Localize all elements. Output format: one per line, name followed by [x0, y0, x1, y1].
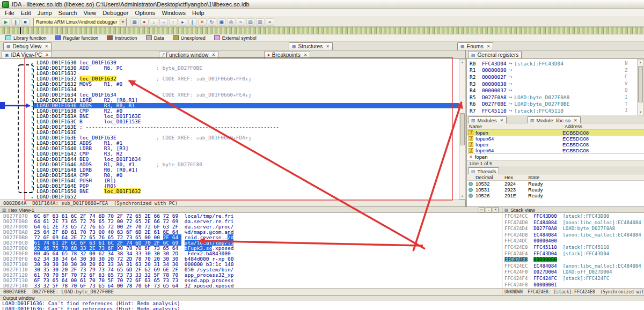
tab-functions-window[interactable]: ƒ Functions window ✕ — [159, 51, 218, 58]
cancel-debug-icon[interactable]: ✕ — [198, 18, 207, 26]
tab-debug-view[interactable]: ▦ Debug View ✕ — [3, 42, 52, 50]
register-row[interactable]: R3 00000038↪ — [470, 80, 637, 87]
filter-clear-icon[interactable]: ✕ — [469, 154, 473, 159]
float-button[interactable]: □ — [479, 207, 485, 212]
menu-item-windows[interactable]: Windows — [158, 10, 189, 16]
tab-breakpoints[interactable]: ● Breakpoints ✕ — [264, 51, 310, 58]
stop-process-icon[interactable]: ■ — [21, 18, 30, 26]
tab-general-registers[interactable]: ▤ General registers — [468, 51, 522, 58]
menu-item-jump[interactable]: Jump — [34, 10, 55, 16]
jump-arrow-icon[interactable]: ↪ — [507, 95, 515, 100]
scroll-down-icon[interactable]: ▼ — [638, 109, 643, 115]
continue-process-icon[interactable]: ▶ — [2, 18, 10, 26]
tab-ida-view-pc[interactable]: ▣ IDA View-PC ✕ — [2, 51, 52, 58]
dropdown-icon[interactable]: ▼ — [120, 19, 126, 25]
thread-row[interactable]: 105322924Ready — [467, 181, 644, 187]
navigation-band[interactable] — [0, 27, 644, 34]
breakpoint-list-icon[interactable]: ● — [140, 18, 149, 26]
run-to-cursor-icon[interactable]: ▸ — [179, 18, 187, 26]
tab-module-libc[interactable]: ▥ Module: libc.so ✕ — [527, 116, 581, 123]
column-hex[interactable]: Hex — [504, 175, 528, 180]
close-icon[interactable]: ✕ — [487, 44, 491, 49]
register-row[interactable]: R0 FFC43D04↪[stack]:FFC43D04 — [470, 60, 637, 67]
stack-row[interactable]: FFC424CC FFC43D00 [stack]:FFC43D00 — [504, 213, 644, 220]
column-name[interactable]: Name — [467, 124, 562, 129]
scrollbar-thumb[interactable] — [460, 113, 465, 145]
stack-row[interactable]: FFC424E0 FFC45110 [stack]:FFC45110 — [504, 245, 644, 251]
scroll-up-icon[interactable]: ▲ — [459, 60, 465, 65]
register-row[interactable]: R5 D027F0A8↪LOAD:byte_D027F0A8 — [470, 94, 637, 101]
modules-filter[interactable]: ✕ fopen — [466, 153, 644, 160]
menu-item-edit[interactable]: Edit — [18, 10, 34, 16]
stack-row[interactable]: FFC424D4 D027F0A8 LOAD:byte_D027F0A8 — [504, 226, 644, 232]
process-list-icon[interactable]: ▤ — [246, 18, 255, 26]
column-state[interactable]: State — [528, 175, 644, 180]
scrollbar-thumb[interactable] — [638, 66, 643, 102]
jump-arrow-icon[interactable]: ↪ — [507, 61, 515, 66]
tab-structures[interactable]: ▦ Structures ✕ — [289, 42, 333, 50]
jump-arrow-icon[interactable]: ↪ — [507, 82, 515, 86]
refresh-memory-icon[interactable]: ↻ — [208, 18, 216, 26]
menu-item-options[interactable]: Options — [131, 10, 158, 16]
hex-row[interactable]: D027F140 33 32 5F 78 70 6F 73 65 64 00 7… — [3, 283, 502, 288]
registers-scrollbar[interactable]: ▲ ▼ — [637, 59, 644, 115]
stack-row[interactable]: FFC424D8 EC484084 [anon:libc_malloc]:EC4… — [504, 232, 644, 239]
register-row[interactable]: R7 FFC45110↪[stack]:FFC45110 — [470, 107, 637, 114]
tab-threads[interactable]: ▤ Threads — [468, 167, 499, 174]
asm-line[interactable]: ▪LOAD:D01F1652 — [0, 194, 459, 200]
open-debug-windows-icon[interactable]: ▦ — [130, 18, 139, 26]
thread-row[interactable]: 105312923Ready — [467, 187, 644, 193]
column-address[interactable]: Address — [562, 124, 644, 129]
close-icon[interactable]: ✕ — [45, 44, 48, 49]
close-icon[interactable]: ✕ — [304, 53, 308, 57]
close-icon[interactable]: ✕ — [500, 118, 503, 123]
step-into-icon[interactable]: ↓ — [150, 18, 158, 26]
menu-item-view[interactable]: View — [80, 10, 99, 16]
options-icon[interactable]: ≡ — [266, 18, 274, 26]
stack-row[interactable]: FFC424F4 FFC424FC [stack]:FFC424FC — [504, 276, 644, 282]
register-row[interactable]: R2 0000002F↪ — [470, 73, 637, 80]
menu-item-help[interactable]: Help — [189, 10, 208, 16]
tracing-icon[interactable]: ≈ — [237, 18, 245, 26]
module-function-row[interactable]: ffopenECB5DC08 — [467, 142, 644, 147]
run-until-return-icon[interactable]: ↑ — [169, 18, 178, 26]
scroll-up-icon[interactable]: ▲ — [638, 60, 643, 65]
stack-row[interactable]: FFC424D0 EC484084 [anon:libc_malloc]:EC4… — [504, 220, 644, 226]
menu-item-search[interactable]: Search — [55, 10, 80, 16]
stack-row[interactable]: FFC424F0 D027D004 LOAD:off_D027D004 — [504, 269, 644, 276]
scroll-down-icon[interactable]: ▼ — [459, 194, 465, 199]
jump-arrow-icon[interactable]: ↪ — [507, 108, 515, 113]
menu-item-file[interactable]: File — [2, 10, 18, 16]
maximize-button[interactable]: ▫ — [486, 207, 492, 212]
jump-arrow-icon[interactable]: ↪ — [507, 68, 515, 72]
stack-row[interactable]: FFC424F8 00000001 — [504, 282, 644, 288]
jump-arrow-icon[interactable]: ↪ — [507, 101, 515, 106]
jump-arrow-icon[interactable]: ↪ — [507, 75, 515, 79]
module-function-row[interactable]: ffopen64ECE5DC08 — [467, 136, 644, 142]
stack-row[interactable]: FFC424E4 FFC43D04 [stack]:FFC43D04 — [504, 251, 644, 257]
close-icon[interactable]: ✕ — [211, 53, 215, 57]
close-icon[interactable]: ✕ — [45, 53, 49, 57]
watches-icon[interactable]: ◎ — [227, 18, 236, 26]
tab-modules[interactable]: ▥ Modules ✕ — [468, 116, 507, 123]
stack-row[interactable]: FFC424DC 00000400 — [504, 238, 644, 245]
menu-item-debugger[interactable]: Debugger — [99, 10, 131, 16]
thread-row[interactable]: 10526291EReady — [467, 193, 644, 198]
stack-row[interactable]: FFC424E8 00000000 — [504, 257, 644, 263]
tab-enums[interactable]: ▦ Enums ✕ — [457, 42, 493, 50]
ida-view-scrollbar[interactable]: ▲ ▼ — [459, 59, 466, 200]
close-icon[interactable]: ✕ — [326, 44, 330, 49]
module-function-row[interactable]: ffopen64ECB5DC08 — [467, 147, 644, 153]
register-row[interactable]: R6 D027F0BE↪LOAD:byte_D027F0BE — [470, 101, 637, 108]
step-over-icon[interactable]: → — [159, 18, 168, 26]
debugger-selector[interactable]: Remote ARM Linux/Android debugger ▼ — [33, 18, 127, 26]
pause-icon[interactable]: ∥ — [188, 18, 197, 26]
segments-icon[interactable]: ▥ — [256, 18, 265, 26]
register-row[interactable]: R4 00000037↪ — [470, 87, 637, 94]
register-row[interactable]: R1 00000000↪ — [470, 67, 637, 74]
snapshot-icon[interactable]: ▣ — [217, 18, 226, 26]
stack-row[interactable]: FFC424EC EC484084 [anon:libc_malloc]:EC4… — [504, 263, 644, 270]
jump-arrow-icon[interactable]: ↪ — [507, 88, 515, 93]
pause-process-icon[interactable]: ∥ — [11, 18, 20, 26]
column-decimal[interactable]: Decimal — [467, 175, 504, 180]
